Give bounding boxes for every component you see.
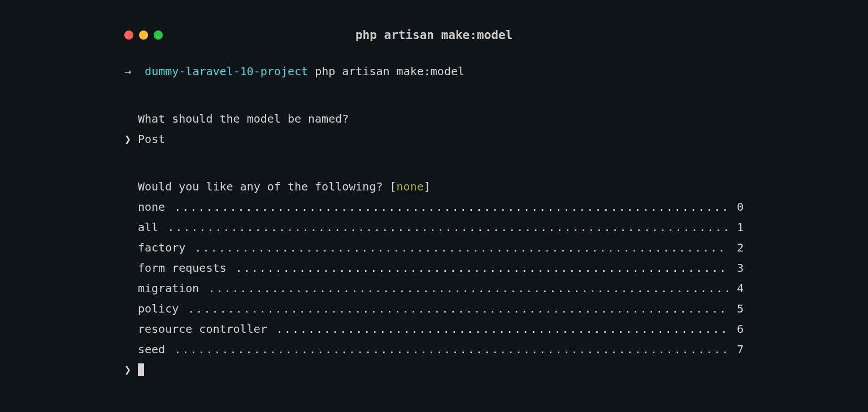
option-form-requests[interactable]: form requests ..........................…: [124, 261, 744, 275]
option-seed[interactable]: seed ...................................…: [124, 342, 744, 356]
option-num: 7: [737, 342, 744, 356]
command-value: php artisan make:model: [315, 64, 465, 78]
dots-fill: ........................................…: [208, 281, 727, 295]
option-label: form requests: [138, 261, 227, 275]
option-label: none: [138, 200, 165, 214]
dots-fill: ........................................…: [236, 261, 728, 275]
option-policy[interactable]: policy .................................…: [124, 302, 744, 315]
maximize-icon[interactable]: [154, 31, 163, 40]
choice-input-line[interactable]: ❯: [124, 363, 744, 376]
option-num: 2: [737, 241, 744, 254]
minimize-icon[interactable]: [139, 31, 148, 40]
option-factory[interactable]: factory ................................…: [124, 241, 744, 254]
cursor-icon: [138, 363, 144, 376]
command-line: → dummy-laravel-10-project php artisan m…: [124, 64, 744, 78]
option-none[interactable]: none ...................................…: [124, 200, 744, 214]
option-label: migration: [138, 281, 199, 295]
option-num: 4: [737, 281, 744, 295]
option-migration[interactable]: migration ..............................…: [124, 281, 744, 295]
option-num: 1: [737, 220, 744, 234]
option-resource-controller[interactable]: resource controller ....................…: [124, 322, 744, 336]
option-label: all: [138, 220, 158, 234]
caret-icon: ❯: [124, 363, 131, 376]
caret-icon: ❯: [124, 132, 131, 146]
option-num: 3: [737, 261, 744, 275]
default-hint: none: [397, 180, 424, 193]
dots-fill: ........................................…: [188, 302, 728, 315]
answer-line: ❯ Post: [124, 132, 744, 146]
bracket-close: ]: [424, 180, 431, 193]
bracket-open: [: [390, 180, 397, 193]
question-model-name: What should the model be named? ❯ Post: [124, 112, 744, 146]
option-num: 6: [737, 322, 744, 336]
question-text: What should the model be named?: [124, 112, 744, 125]
traffic-lights: [124, 31, 163, 40]
option-label: resource controller: [138, 322, 267, 336]
close-icon[interactable]: [124, 31, 133, 40]
question-options: Would you like any of the following? [no…: [124, 180, 744, 376]
option-label: policy: [138, 302, 179, 315]
window-title: php artisan make:model: [124, 28, 744, 42]
option-num: 5: [737, 302, 744, 315]
dots-fill: ........................................…: [167, 220, 728, 234]
dots-fill: ........................................…: [174, 342, 728, 356]
project-name: dummy-laravel-10-project: [145, 64, 308, 78]
option-num: 0: [737, 200, 744, 214]
option-label: factory: [138, 241, 185, 254]
option-label: seed: [138, 342, 165, 356]
prompt-arrow-icon: →: [124, 64, 131, 78]
dots-fill: ........................................…: [194, 241, 728, 254]
terminal-window: php artisan make:model → dummy-laravel-1…: [0, 0, 868, 376]
option-all[interactable]: all ....................................…: [124, 220, 744, 234]
model-name-input[interactable]: Post: [138, 132, 165, 146]
command-text: php artisan make:model: [315, 64, 465, 78]
choice-question-label: Would you like any of the following?: [138, 180, 383, 193]
titlebar: php artisan make:model: [124, 28, 744, 42]
dots-fill: ........................................…: [276, 322, 728, 336]
dots-fill: ........................................…: [174, 200, 728, 214]
choice-question-text: Would you like any of the following? [no…: [124, 180, 744, 193]
